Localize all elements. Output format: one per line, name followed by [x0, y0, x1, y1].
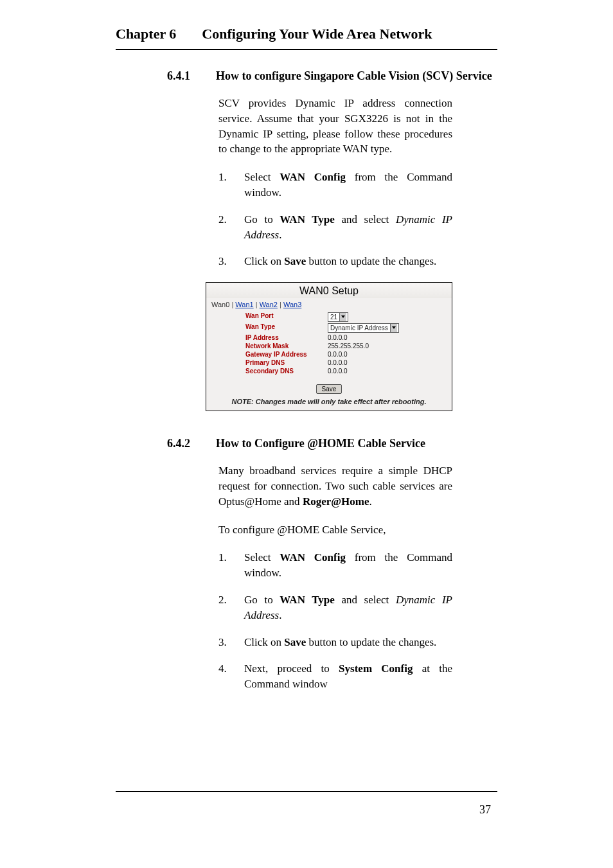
text: Next, proceed to: [244, 662, 339, 675]
step-number: 1.: [218, 550, 231, 581]
list-item: 2. Go to WAN Type and select Dynamic IP …: [218, 212, 452, 243]
text: Select: [244, 171, 280, 183]
panel-title: WAN0 Setup: [206, 283, 452, 298]
field-value: 0.0.0.0: [328, 334, 413, 341]
field-value: 0.0.0.0: [328, 368, 413, 375]
text: and select: [335, 594, 396, 606]
section-number: 6.4.2: [167, 437, 190, 450]
step-text: Select WAN Config from the Command windo…: [244, 550, 452, 581]
para: SCV provides Dynamic IP address connecti…: [218, 96, 452, 157]
section-heading-641: 6.4.1 How to configure Singapore Cable V…: [167, 69, 581, 83]
section-heading-642: 6.4.2 How to Configure @HOME Cable Servi…: [167, 437, 581, 450]
section-number: 6.4.1: [167, 69, 190, 83]
wan-tabs: Wan0 | Wan1 | Wan2 | Wan3: [206, 298, 452, 312]
section-642-body: Many broadband services require a simple…: [218, 463, 452, 692]
text-bold: WAN Config: [280, 551, 346, 563]
step-text: Click on Save button to update the chang…: [244, 635, 436, 650]
wan-port-select: 21: [328, 312, 413, 322]
step-text: Next, proceed to System Config at the Co…: [244, 661, 452, 692]
chapter-header: Chapter 6 Configuring Your Wide Area Net…: [116, 26, 497, 42]
step-text: Select WAN Config from the Command windo…: [244, 170, 452, 200]
chapter-number: Chapter 6: [116, 26, 176, 42]
text-bold: Roger@Home: [303, 495, 369, 508]
field-label: Network Mask: [245, 342, 323, 350]
step-number: 2.: [218, 592, 231, 623]
chevron-down-icon: [390, 324, 397, 332]
text: Select: [244, 551, 280, 563]
text: .: [369, 495, 372, 508]
save-button[interactable]: Save: [316, 384, 342, 394]
header-rule: [116, 49, 497, 50]
text: and select: [335, 213, 396, 226]
field-label: Wan Type: [245, 323, 323, 333]
text-bold: Save: [284, 636, 306, 648]
page: Chapter 6 Configuring Your Wide Area Net…: [0, 0, 613, 868]
text: .: [279, 609, 281, 621]
text: button to update the changes.: [306, 255, 436, 267]
text-bold: WAN Config: [280, 171, 346, 183]
field-value: 255.255.255.0: [328, 342, 413, 350]
step-number: 2.: [218, 212, 231, 243]
step-number: 3.: [218, 254, 231, 269]
steps-list-642: 1. Select WAN Config from the Command wi…: [218, 550, 452, 692]
field-label: Gateway IP Address: [245, 351, 323, 358]
steps-list-641: 1. Select WAN Config from the Command wi…: [218, 170, 452, 269]
field-value: 0.0.0.0: [328, 359, 413, 366]
text: Click on: [244, 636, 284, 648]
wan-type-select: Dynamic IP Address: [328, 323, 413, 333]
step-number: 1.: [218, 170, 231, 200]
text: Go to: [244, 594, 280, 606]
page-number: 37: [479, 803, 491, 817]
text: Click on: [244, 255, 284, 267]
step-text: Click on Save button to update the chang…: [244, 254, 436, 269]
reboot-note: NOTE: Changes made will only take effect…: [206, 398, 452, 411]
wan0-setup-screenshot: WAN0 Setup Wan0 | Wan1 | Wan2 | Wan3 Wan…: [206, 282, 452, 411]
footer-rule: [116, 791, 497, 792]
text: button to update the changes.: [306, 636, 436, 648]
select-value: 21: [330, 313, 337, 321]
wan-fields: Wan Port 21 Wan Type Dynamic IP Address …: [245, 312, 413, 375]
list-item: 4. Next, proceed to System Config at the…: [218, 661, 452, 692]
text: Go to: [244, 213, 280, 226]
wan-type-dropdown[interactable]: Dynamic IP Address: [328, 323, 399, 333]
step-number: 3.: [218, 635, 231, 650]
step-number: 4.: [218, 661, 231, 692]
section-title: How to Configure @HOME Cable Service: [216, 437, 425, 450]
button-row: Save: [206, 380, 452, 398]
list-item: 3. Click on Save button to update the ch…: [218, 254, 452, 269]
tab-wan2[interactable]: Wan2: [260, 301, 278, 308]
tab-wan3[interactable]: Wan3: [283, 301, 301, 308]
para: To configure @HOME Cable Service,: [218, 522, 452, 538]
select-value: Dynamic IP Address: [330, 324, 388, 332]
tab-wan1[interactable]: Wan1: [235, 301, 253, 308]
field-label: Primary DNS: [245, 359, 323, 366]
field-label: IP Address: [245, 334, 323, 341]
field-label: Secondary DNS: [245, 368, 323, 375]
step-text: Go to WAN Type and select Dynamic IP Add…: [244, 212, 452, 243]
list-item: 3. Click on Save button to update the ch…: [218, 635, 452, 650]
list-item: 1. Select WAN Config from the Command wi…: [218, 550, 452, 581]
section-641-body: SCV provides Dynamic IP address connecti…: [218, 96, 452, 269]
chevron-down-icon: [339, 313, 346, 321]
section-title: How to configure Singapore Cable Vision …: [216, 69, 492, 83]
list-item: 2. Go to WAN Type and select Dynamic IP …: [218, 592, 452, 623]
text-bold: Save: [284, 255, 306, 267]
wan-port-dropdown[interactable]: 21: [328, 312, 348, 322]
field-label: Wan Port: [245, 312, 323, 322]
step-text: Go to WAN Type and select Dynamic IP Add…: [244, 592, 452, 623]
list-item: 1. Select WAN Config from the Command wi…: [218, 170, 452, 200]
text-bold: System Config: [339, 662, 413, 675]
para: Many broadband services require a simple…: [218, 463, 452, 509]
text: .: [279, 229, 281, 241]
field-value: 0.0.0.0: [328, 351, 413, 358]
chapter-title: Configuring Your Wide Area Network: [202, 26, 432, 42]
text-bold: WAN Type: [280, 213, 335, 226]
text-bold: WAN Type: [280, 594, 335, 606]
tab-wan0[interactable]: Wan0: [211, 301, 229, 308]
